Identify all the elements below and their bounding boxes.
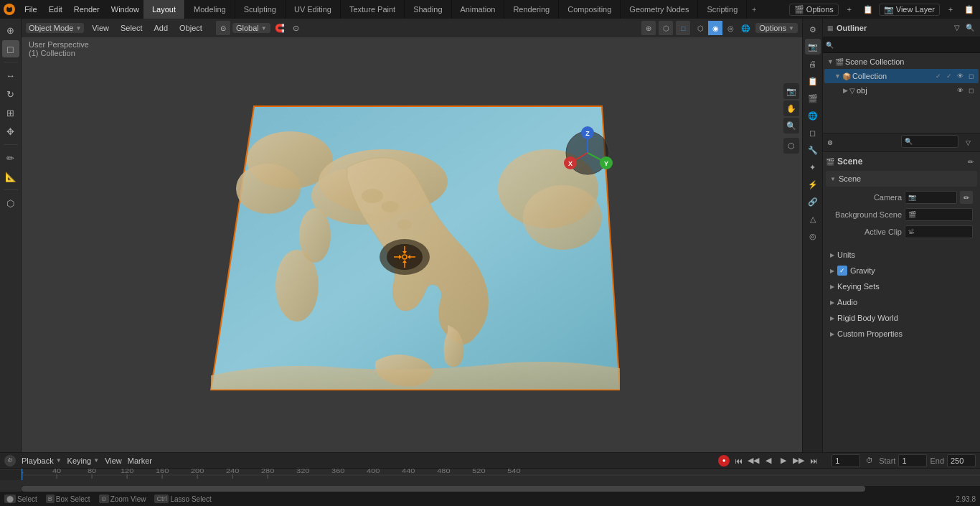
rendered-mode[interactable]: 🌐 bbox=[738, 21, 753, 35]
tab-geometry-nodes[interactable]: Geometry Nodes bbox=[621, 0, 698, 19]
scene-edit-btn[interactable]: ✏ bbox=[964, 155, 977, 168]
camera-view-btn[interactable]: 📷 bbox=[783, 83, 799, 99]
add-menu[interactable]: Add bbox=[151, 22, 172, 34]
next-key-btn[interactable]: ▶▶ bbox=[792, 454, 805, 467]
playback-menu[interactable]: Playback ▼ bbox=[22, 456, 62, 465]
add-cube-tool[interactable]: ⬡ bbox=[2, 195, 19, 212]
keying-sets-section[interactable]: ▶ Keying Sets bbox=[826, 278, 977, 294]
start-frame-input[interactable]: 1 bbox=[898, 454, 927, 467]
keying-menu[interactable]: Keying ▼ bbox=[67, 456, 100, 465]
end-frame-input[interactable]: 250 bbox=[947, 454, 976, 467]
blender-logo[interactable] bbox=[0, 0, 19, 19]
obj-hide-btn[interactable]: 👁 bbox=[955, 85, 965, 95]
object-menu[interactable]: Object bbox=[176, 22, 206, 34]
pivot-point-btn[interactable]: ⊙ bbox=[216, 21, 230, 35]
xray-btn[interactable]: □ bbox=[676, 21, 690, 35]
scale-tool[interactable]: ⊞ bbox=[2, 104, 19, 121]
timeline-icon[interactable]: ⏱ bbox=[4, 455, 16, 467]
view-layer-tab[interactable]: 📋 bbox=[805, 73, 821, 89]
menu-file[interactable]: File bbox=[19, 0, 43, 19]
gravity-checkbox[interactable]: ✓ bbox=[837, 266, 847, 276]
collection-exclude-btn[interactable]: ✓ bbox=[944, 71, 954, 81]
select-menu[interactable]: Select bbox=[117, 22, 146, 34]
tab-modeling[interactable]: Modeling bbox=[185, 0, 235, 19]
outliner-filter-btn[interactable]: ▽ bbox=[951, 22, 963, 34]
outliner-search-btn[interactable]: 🔍 bbox=[964, 22, 976, 34]
tab-compositing[interactable]: Compositing bbox=[559, 0, 621, 19]
view-menu-timeline[interactable]: View bbox=[105, 456, 122, 465]
collection-select-btn[interactable]: ◻ bbox=[966, 71, 976, 81]
viewport-3d[interactable]: Object Mode ▼ View Select Add Object ⊙ G… bbox=[22, 19, 802, 488]
data-tab[interactable]: △ bbox=[805, 211, 821, 227]
record-btn[interactable]: ● bbox=[718, 455, 730, 467]
collection-hide-btn[interactable]: 👁 bbox=[955, 71, 965, 81]
timeline-ruler[interactable]: 1 40 80 120 160 200 240 2 bbox=[0, 469, 980, 492]
prev-key-btn[interactable]: ◀◀ bbox=[747, 454, 760, 467]
show-gizmo-btn[interactable]: ⊕ bbox=[641, 21, 656, 35]
object-tab[interactable]: ◻ bbox=[805, 125, 821, 141]
material-tab[interactable]: ◎ bbox=[805, 228, 821, 244]
marker-menu[interactable]: Marker bbox=[128, 456, 152, 465]
audio-section[interactable]: ▶ Audio bbox=[826, 294, 977, 310]
active-clip-field[interactable]: 📽 bbox=[905, 225, 973, 238]
background-scene-field[interactable]: 🎬 bbox=[905, 208, 973, 221]
play-btn[interactable]: ▶ bbox=[777, 454, 790, 467]
tab-scripting[interactable]: Scripting bbox=[698, 0, 747, 19]
menu-window[interactable]: Window bbox=[105, 0, 145, 19]
play-reverse-btn[interactable]: ◀ bbox=[762, 454, 775, 467]
custom-props-section[interactable]: ▶ Custom Properties bbox=[826, 326, 977, 342]
tab-sculpting[interactable]: Sculpting bbox=[235, 0, 286, 19]
frame-all-btn[interactable]: ⬡ bbox=[783, 138, 799, 154]
snap-toggle[interactable]: 🧲 bbox=[273, 21, 287, 35]
menu-render[interactable]: Render bbox=[68, 0, 105, 19]
timeline-scrollbar[interactable] bbox=[22, 486, 980, 492]
transform-tool[interactable]: ✥ bbox=[2, 123, 19, 140]
camera-field[interactable]: 📷 bbox=[905, 191, 957, 204]
cursor-tool[interactable]: ⊕ bbox=[2, 22, 19, 39]
tab-uv-editing[interactable]: UV Editing bbox=[286, 0, 341, 19]
transform-orientation[interactable]: Global ▼ bbox=[232, 23, 270, 33]
view-layer-selector[interactable]: 📷 View Layer bbox=[879, 4, 940, 16]
select-status[interactable]: ⬤ Select bbox=[4, 495, 37, 503]
overlay-btn[interactable]: ⬡ bbox=[659, 21, 673, 35]
jump-start-btn[interactable]: ⏮ bbox=[732, 454, 745, 467]
units-section[interactable]: ▶ Units bbox=[826, 247, 977, 263]
zoom-btn[interactable]: 🔍 bbox=[783, 118, 799, 133]
outliner-obj-row[interactable]: ▶ ▽ obj 👁 ◻ bbox=[824, 83, 979, 98]
collection-view-layer-btn[interactable]: ✓ bbox=[933, 71, 943, 81]
outliner-search-input[interactable] bbox=[836, 41, 977, 50]
material-mode[interactable]: ◎ bbox=[723, 21, 738, 35]
camera-edit-btn[interactable]: ✏ bbox=[960, 191, 973, 204]
copy-viewlayer-button[interactable]: 📋 bbox=[961, 1, 977, 17]
copy-scene-button[interactable]: 📋 bbox=[860, 1, 876, 17]
modifier-tab[interactable]: 🔧 bbox=[805, 142, 821, 158]
physics-tab[interactable]: ⚡ bbox=[805, 177, 821, 192]
options-btn[interactable]: Options ▼ bbox=[755, 23, 798, 33]
object-mode-selector[interactable]: Object Mode ▼ bbox=[26, 23, 84, 33]
properties-search[interactable]: 🔍 bbox=[901, 135, 958, 148]
output-tab[interactable]: 🖨 bbox=[805, 56, 821, 72]
scene-tab[interactable]: 🎬 bbox=[805, 90, 821, 106]
new-scene-button[interactable]: + bbox=[842, 1, 857, 17]
measure-tool[interactable]: 📐 bbox=[2, 168, 19, 185]
scene-section-header[interactable]: ▼ Scene bbox=[826, 171, 977, 187]
fps-btn[interactable]: ⏱ bbox=[863, 454, 876, 467]
wireframe-mode[interactable]: ⬡ bbox=[693, 21, 707, 35]
render-tab[interactable]: 📷 bbox=[805, 39, 821, 55]
lasso-select-status[interactable]: Ctrl Lasso Select bbox=[154, 495, 211, 503]
tab-shading[interactable]: Shading bbox=[405, 0, 451, 19]
particles-tab[interactable]: ✦ bbox=[805, 159, 821, 175]
new-viewlayer-button[interactable]: + bbox=[943, 1, 958, 17]
add-workspace-button[interactable]: + bbox=[747, 0, 761, 19]
move-tool[interactable]: ↔ bbox=[2, 67, 19, 84]
annotate-tool[interactable]: ✏ bbox=[2, 149, 19, 167]
outliner-collection-row[interactable]: ▼ 📦 Collection ✓ ✓ 👁 ◻ bbox=[824, 69, 979, 83]
gravity-section[interactable]: ▶ ✓ Gravity bbox=[826, 263, 977, 278]
tab-layout[interactable]: Layout bbox=[143, 0, 185, 19]
rigid-body-section[interactable]: ▶ Rigid Body World bbox=[826, 310, 977, 326]
world-tab[interactable]: 🌐 bbox=[805, 108, 821, 123]
select-tool[interactable]: ◻ bbox=[2, 40, 19, 57]
menu-edit[interactable]: Edit bbox=[43, 0, 68, 19]
jump-end-btn[interactable]: ⏭ bbox=[807, 454, 820, 467]
view-menu[interactable]: View bbox=[88, 22, 113, 34]
